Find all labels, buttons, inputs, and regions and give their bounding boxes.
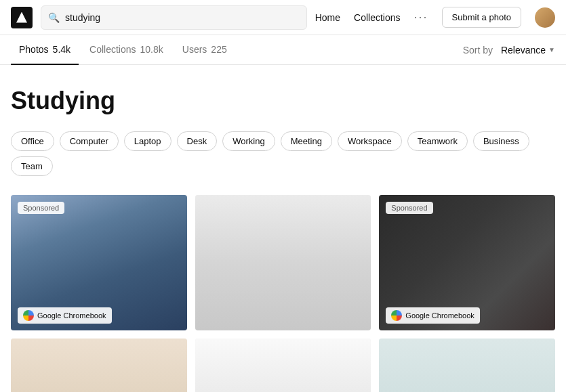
tag-computer[interactable]: Computer (60, 131, 119, 151)
tab-users[interactable]: Users 225 (174, 35, 235, 65)
nav-links: Home Collections ··· Submit a photo (315, 7, 555, 28)
avatar[interactable] (535, 7, 555, 28)
photo-item[interactable] (11, 339, 187, 392)
users-tab-label: Users (182, 44, 207, 55)
sort-value: Relevance (501, 45, 546, 56)
collections-tab-count: 10.8k (140, 44, 163, 55)
submit-photo-button[interactable]: Submit a photo (442, 7, 521, 28)
brand-badge[interactable]: Google Chromebook (386, 307, 480, 324)
page-title: Studying (11, 87, 555, 115)
photo-item[interactable] (379, 339, 555, 392)
tag-working[interactable]: Working (222, 131, 275, 151)
sort-chevron-icon: ▼ (548, 46, 555, 53)
photo-grid: SponsoredGoogle ChromebookSponsoredGoogl… (11, 195, 555, 392)
logo-mark (16, 12, 27, 23)
brand-name: Google Chromebook (405, 311, 474, 320)
photo-item[interactable] (195, 339, 371, 392)
tag-business[interactable]: Business (473, 131, 529, 151)
photos-tab-label: Photos (19, 44, 49, 55)
header: 🔍 Home Collections ··· Submit a photo (0, 0, 566, 35)
search-input[interactable] (65, 12, 300, 23)
tab-photos[interactable]: Photos 5.4k (11, 35, 79, 65)
avatar-image (535, 7, 555, 28)
nav-collections[interactable]: Collections (354, 12, 400, 23)
search-icon: 🔍 (48, 12, 60, 23)
tag-office[interactable]: Office (11, 131, 54, 151)
sponsored-badge: Sponsored (18, 202, 64, 214)
photos-tab-count: 5.4k (53, 44, 70, 55)
tag-teamwork[interactable]: Teamwork (407, 131, 468, 151)
photo-item[interactable]: SponsoredGoogle Chromebook (379, 195, 555, 330)
sponsored-badge: Sponsored (386, 202, 432, 214)
brand-badge[interactable]: Google Chromebook (18, 307, 112, 324)
logo[interactable] (11, 7, 33, 28)
tag-laptop[interactable]: Laptop (124, 131, 171, 151)
tag-meeting[interactable]: Meeting (281, 131, 332, 151)
search-bar[interactable]: 🔍 (41, 5, 307, 30)
tab-collections[interactable]: Collections 10.8k (81, 35, 171, 65)
users-tab-count: 225 (211, 44, 226, 55)
sort-dropdown[interactable]: Sort by Relevance ▼ (463, 45, 555, 56)
nav-home[interactable]: Home (315, 12, 340, 23)
photo-item[interactable]: SponsoredGoogle Chromebook (11, 195, 187, 330)
brand-name: Google Chromebook (37, 311, 106, 320)
main-content: Studying OfficeComputerLaptopDeskWorking… (0, 65, 566, 392)
tag-desk[interactable]: Desk (177, 131, 218, 151)
tabs-bar: Photos 5.4k Collections 10.8k Users 225 … (0, 35, 566, 65)
nav-more[interactable]: ··· (414, 10, 428, 24)
collections-tab-label: Collections (89, 44, 136, 55)
tag-workspace[interactable]: Workspace (338, 131, 402, 151)
tags-row: OfficeComputerLaptopDeskWorkingMeetingWo… (11, 131, 555, 176)
sort-by-label: Sort by (463, 45, 493, 56)
photo-item[interactable] (195, 195, 371, 330)
tag-team[interactable]: Team (11, 156, 53, 176)
